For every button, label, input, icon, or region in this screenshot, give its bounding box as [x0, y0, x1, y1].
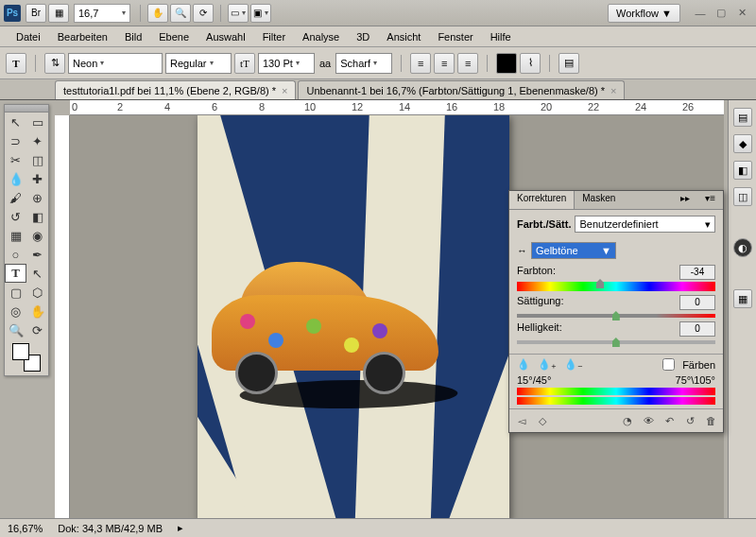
text-color-swatch[interactable] — [496, 53, 517, 74]
scrubby-icon[interactable]: ↔ — [517, 245, 527, 256]
previous-icon[interactable]: ↶ — [661, 413, 678, 428]
menu-auswahl[interactable]: Auswahl — [198, 29, 254, 44]
layers-panel-icon[interactable]: ◫ — [733, 187, 752, 206]
hand-tool-button[interactable]: ✋ — [147, 4, 168, 23]
slice-tool[interactable]: ◫ — [26, 150, 48, 169]
farbton-value[interactable]: -34 — [679, 265, 715, 280]
close-icon[interactable]: × — [282, 85, 287, 96]
antialias-combo[interactable]: Scharf — [335, 53, 392, 74]
zoom-tool[interactable]: 🔍 — [5, 320, 26, 339]
blur-tool[interactable]: ◉ — [26, 226, 48, 245]
menu-bearbeiten[interactable]: Bearbeiten — [49, 29, 116, 44]
lasso-tool[interactable]: ⊃ — [5, 131, 26, 150]
miniview-button[interactable]: ▦ — [48, 4, 69, 23]
minimize-button[interactable]: — — [690, 6, 711, 21]
path-tool[interactable]: ↖ — [26, 264, 48, 283]
eyedropper-minus-icon[interactable]: 💧₋ — [564, 358, 583, 371]
workflow-switcher[interactable]: Workflow ▼ — [608, 4, 680, 23]
saettigung-value[interactable]: 0 — [679, 295, 715, 310]
status-dok[interactable]: Dok: 34,3 MB/42,9 MB — [58, 523, 163, 534]
tab-korrekturen[interactable]: Korrekturen — [509, 191, 575, 209]
warp-text-button[interactable]: ⌇ — [520, 53, 541, 74]
font-weight-combo[interactable]: Regular — [165, 53, 232, 74]
status-zoom[interactable]: 16,67% — [8, 523, 43, 534]
font-size-combo[interactable]: 130 Pt — [258, 53, 315, 74]
menu-ebene[interactable]: Ebene — [150, 29, 198, 44]
menu-fenster[interactable]: Fenster — [429, 29, 481, 44]
faerben-checkbox[interactable] — [662, 358, 675, 371]
history-brush-tool[interactable]: ↺ — [5, 207, 26, 226]
color-panel-icon[interactable]: ◧ — [733, 161, 752, 180]
pen-tool[interactable]: ✒ — [26, 245, 48, 264]
hand-tool[interactable]: ✋ — [26, 302, 48, 320]
status-arrow-icon[interactable]: ▸ — [178, 522, 183, 534]
menu-analyse[interactable]: Analyse — [294, 29, 348, 44]
zoom-combo[interactable]: 16,7 — [74, 4, 130, 23]
menu-filter[interactable]: Filter — [254, 29, 294, 44]
swatches-panel-icon[interactable]: ◆ — [733, 134, 752, 153]
doc-tab-2[interactable]: Unbenannt-1 bei 16,7% (Farbton/Sättigung… — [298, 80, 625, 99]
eyedropper-tool[interactable]: 💧 — [5, 169, 26, 188]
rotate-button[interactable]: ⟳ — [193, 4, 214, 23]
doc-tab-1[interactable]: testtutoria1l.pdf bei 11,1% (Ebene 2, RG… — [55, 80, 296, 99]
rotate-view-tool[interactable]: ⟳ — [26, 320, 48, 339]
menu-datei[interactable]: Datei — [8, 29, 49, 44]
heal-tool[interactable]: ✚ — [26, 169, 48, 188]
restore-button[interactable]: ▢ — [711, 6, 731, 21]
saettigung-slider[interactable] — [517, 314, 715, 318]
hue-range-bottom[interactable] — [517, 397, 715, 405]
history-panel-icon[interactable]: ▤ — [733, 108, 752, 127]
font-family-combo[interactable]: Neon — [68, 53, 163, 74]
3d-tool[interactable]: ⬡ — [26, 283, 48, 302]
brush-tool[interactable]: 🖌 — [5, 188, 26, 207]
close-button[interactable]: ✕ — [731, 6, 752, 21]
eyedropper-icon[interactable]: 💧 — [517, 358, 530, 371]
reset-icon[interactable]: ↺ — [681, 413, 698, 428]
stamp-tool[interactable]: ⊕ — [26, 188, 48, 207]
align-right-button[interactable]: ≡ — [457, 53, 478, 74]
color-swatches[interactable] — [5, 339, 48, 375]
canvas[interactable] — [198, 115, 509, 518]
farbton-slider[interactable] — [517, 282, 715, 291]
orientation-button[interactable]: ⇅ — [44, 53, 65, 74]
wand-tool[interactable]: ✦ — [26, 131, 48, 150]
back-icon[interactable]: ◅ — [513, 413, 530, 428]
screen-mode-button[interactable]: ▣ — [250, 4, 271, 23]
align-left-button[interactable]: ≡ — [410, 53, 431, 74]
styles-panel-icon[interactable]: ▦ — [733, 289, 752, 308]
clip-icon[interactable]: ◔ — [619, 413, 636, 428]
eyedropper-plus-icon[interactable]: 💧₊ — [538, 358, 557, 371]
channel-dropdown[interactable]: Gelbtöne▼ — [531, 242, 616, 259]
close-icon[interactable]: × — [610, 85, 616, 96]
visibility-icon[interactable]: 👁 — [640, 413, 657, 428]
menu-bild[interactable]: Bild — [116, 29, 150, 44]
expand-icon[interactable]: ◇ — [534, 413, 551, 428]
menu-hilfe[interactable]: Hilfe — [482, 29, 520, 44]
type-tool[interactable]: T — [5, 264, 26, 283]
align-center-button[interactable]: ≡ — [434, 53, 455, 74]
shape-tool[interactable]: ▢ — [5, 283, 26, 302]
type-tool-indicator[interactable]: T — [6, 53, 26, 74]
eraser-tool[interactable]: ◧ — [26, 207, 48, 226]
helligkeit-value[interactable]: 0 — [679, 321, 715, 337]
move-tool[interactable]: ↖ — [5, 113, 26, 131]
panel-menu-icon[interactable]: ▾≡ — [697, 191, 723, 209]
menu-3d[interactable]: 3D — [348, 29, 378, 44]
toolbox-grip[interactable] — [5, 105, 48, 113]
marquee-tool[interactable]: ▭ — [26, 113, 48, 131]
bridge-button[interactable]: Br — [26, 4, 46, 23]
dodge-tool[interactable]: ○ — [5, 245, 26, 264]
tab-masken[interactable]: Masken — [575, 191, 623, 209]
gradient-tool[interactable]: ▦ — [5, 226, 26, 245]
arrange-button[interactable]: ▭ — [228, 4, 249, 23]
3d-camera-tool[interactable]: ◎ — [5, 302, 26, 320]
hue-range-top[interactable] — [517, 388, 715, 395]
fg-color[interactable] — [12, 343, 29, 360]
menu-ansicht[interactable]: Ansicht — [378, 29, 429, 44]
helligkeit-slider[interactable] — [517, 340, 715, 344]
panel-collapse-icon[interactable]: ▸▸ — [673, 191, 697, 209]
trash-icon[interactable]: 🗑 — [702, 413, 719, 428]
crop-tool[interactable]: ✂ — [5, 150, 26, 169]
zoom-tool-button[interactable]: 🔍 — [170, 4, 191, 23]
preset-dropdown[interactable]: Benutzerdefiniert▾ — [575, 216, 715, 233]
